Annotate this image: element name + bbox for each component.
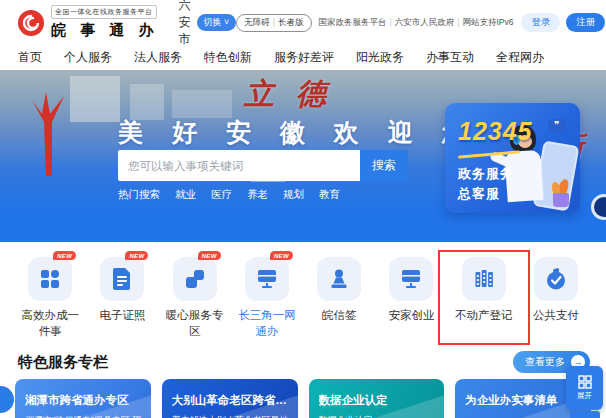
card-title: 为企业办实事清单 — [465, 393, 581, 408]
quick-item-real-estate-registration[interactable]: 不动产登记 — [448, 257, 520, 339]
elder-mode-link[interactable]: 长者版 — [278, 17, 304, 27]
login-button[interactable]: 登录 — [521, 13, 560, 32]
featured-section-header: 特色服务专栏 查看更多 → — [0, 339, 606, 379]
document-icon — [111, 267, 133, 291]
card-subtitle: 数据企业认定 — [319, 414, 435, 418]
nav-corporate-services[interactable]: 法人服务 — [134, 49, 182, 66]
card-dabieshan-cross-province[interactable]: 大别山革命老区跨省通... 着力解决大别山革命老区异地办 — [162, 379, 298, 418]
header-links: 国家政务服务平台|六安市人民政府|网站支持IPv6 — [319, 17, 514, 29]
hot-term-medical[interactable]: 医疗 — [211, 188, 232, 202]
site-title: 皖 事 通 办 — [51, 21, 159, 40]
ipv6-link[interactable]: 网站支持IPv6 — [462, 17, 513, 27]
quick-item-yangtze-delta[interactable]: NEW 长三角一网通办 — [231, 257, 303, 339]
featured-cards-row: 湘潭市跨省通办专区 湘潭市“跨省通办”服务专区 现 大别山革命老区跨省通... … — [0, 379, 606, 418]
header: 全国一体化在线政务服务平台 皖 事 通 办 六安市 切换 ˅ 无障碍|长者版 国… — [0, 0, 606, 45]
banner-headline: 美 好 安 徽 欢 迎 您 — [118, 116, 478, 149]
nav-featured-innovation[interactable]: 特色创新 — [204, 49, 252, 66]
card-title: 数据企业认定 — [319, 393, 435, 408]
nav-personal-services[interactable]: 个人服务 — [64, 49, 112, 66]
monitor-icon — [399, 267, 423, 291]
hotline-number: 12345 — [458, 117, 533, 146]
new-badge: NEW — [198, 251, 221, 260]
hot-search-label: 热门搜索 — [118, 188, 160, 202]
quick-item-public-payment[interactable]: 公共支付 — [520, 257, 592, 339]
nav-service-rating[interactable]: 服务好差评 — [274, 49, 334, 66]
main-nav: 首页 个人服务 法人服务 特色创新 服务好差评 阳光政务 办事互动 全程网办 — [0, 45, 606, 70]
pay-clock-icon — [544, 267, 568, 291]
expand-widget-button[interactable]: 展开 — [566, 366, 603, 410]
buildings-icon — [472, 267, 496, 291]
quick-item-label: 高效办成一件事 — [18, 308, 82, 339]
quick-services-row: NEW 高效办成一件事 NEW 电子证照 NEW — [0, 242, 606, 339]
page: 全国一体化在线政务服务平台 皖 事 通 办 六安市 切换 ˅ 无障碍|长者版 国… — [0, 0, 606, 418]
site-logo-icon — [18, 10, 44, 36]
speech-bubble-icon: ❞ — [548, 119, 566, 132]
skyline-building — [130, 84, 164, 120]
hotline-12345-card[interactable]: ❞ 12345 政务服务 总客服 — [445, 103, 580, 213]
accessibility-pill[interactable]: 无障碍|长者版 — [236, 14, 311, 32]
floating-widget-partial[interactable] — [570, 411, 600, 418]
quick-item-settle-startup[interactable]: 安家创业 — [375, 257, 447, 339]
stamp-icon — [327, 267, 351, 291]
side-floating-icon[interactable] — [591, 194, 606, 220]
blocks-icon — [183, 267, 207, 291]
hero-banner: 立德 新 美 好 安 徽 欢 迎 您 搜索 热门搜索 就业 医疗 养老 规划 教… — [0, 70, 606, 242]
calligraphy-text: 立德 — [244, 74, 348, 115]
card-data-enterprise[interactable]: 数据企业认定 数据企业认定 — [309, 379, 445, 418]
nav-interaction[interactable]: 办事互动 — [426, 49, 474, 66]
grid-expand-icon — [578, 375, 592, 389]
city-switch-button[interactable]: 切换 ˅ — [197, 14, 237, 31]
featured-section-title: 特色服务专栏 — [18, 353, 108, 372]
nav-open-government[interactable]: 阳光政务 — [356, 49, 404, 66]
hot-term-education[interactable]: 教育 — [319, 188, 340, 202]
city-gov-link[interactable]: 六安市人民政府 — [395, 17, 455, 27]
new-badge: NEW — [53, 251, 76, 260]
expand-widget-label: 展开 — [577, 391, 592, 401]
skyline-building — [172, 90, 232, 118]
quick-item-label: 公共支付 — [524, 308, 588, 324]
quick-item-e-license[interactable]: NEW 电子证照 — [86, 257, 158, 339]
plant-pot — [553, 193, 569, 207]
card-xiangtan-cross-province[interactable]: 湘潭市跨省通办专区 湘潭市“跨省通办”服务专区 现 — [15, 379, 151, 418]
search-button[interactable]: 搜索 — [360, 150, 408, 181]
search-bar: 搜索 — [118, 150, 408, 181]
skyline-building — [70, 76, 120, 122]
quick-item-efficient-one-thing[interactable]: NEW 高效办成一件事 — [14, 257, 86, 339]
logo-text: 全国一体化在线政务服务平台 皖 事 通 办 — [51, 5, 159, 40]
quick-item-label: 暖心服务专区 — [163, 308, 227, 339]
quick-item-label: 不动产登记 — [452, 308, 516, 324]
quick-item-warm-service-zone[interactable]: NEW 暖心服务专区 — [159, 257, 231, 339]
monitor-icon — [255, 267, 279, 291]
hot-term-eldercare[interactable]: 养老 — [247, 188, 268, 202]
city-label: 六安市 — [179, 0, 191, 48]
national-platform-link[interactable]: 国家政务服务平台 — [319, 17, 387, 27]
card-subtitle: 湘潭市“跨省通办”服务专区 现 — [25, 414, 141, 418]
red-statue — [28, 84, 68, 176]
nav-full-online[interactable]: 全程网办 — [496, 49, 544, 66]
grid-icon — [38, 267, 62, 291]
hot-term-employment[interactable]: 就业 — [175, 188, 196, 202]
new-badge: NEW — [125, 251, 148, 260]
accessibility-link[interactable]: 无障碍 — [244, 17, 270, 27]
register-button[interactable]: 注册 — [566, 13, 605, 32]
quick-item-label: 电子证照 — [90, 308, 154, 324]
hot-term-planning[interactable]: 规划 — [283, 188, 304, 202]
quick-item-wan-esign[interactable]: 皖信签 — [303, 257, 375, 339]
hotline-label-2: 总客服 — [458, 185, 500, 203]
search-input[interactable] — [118, 150, 360, 181]
platform-tagline: 全国一体化在线政务服务平台 — [51, 5, 157, 19]
hotline-label-1: 政务服务 — [458, 165, 514, 183]
card-subtitle: 着力解决大别山革命老区异地办 — [172, 414, 288, 418]
quick-item-label: 长三角一网通办 — [235, 308, 299, 339]
new-badge: NEW — [270, 251, 293, 260]
quick-item-label: 皖信签 — [307, 308, 371, 324]
nav-home[interactable]: 首页 — [18, 49, 42, 66]
card-title: 湘潭市跨省通办专区 — [25, 393, 141, 408]
quick-item-label: 安家创业 — [379, 308, 443, 324]
hot-search-row: 热门搜索 就业 医疗 养老 规划 教育 — [118, 188, 340, 202]
card-title: 大别山革命老区跨省通... — [172, 393, 288, 408]
